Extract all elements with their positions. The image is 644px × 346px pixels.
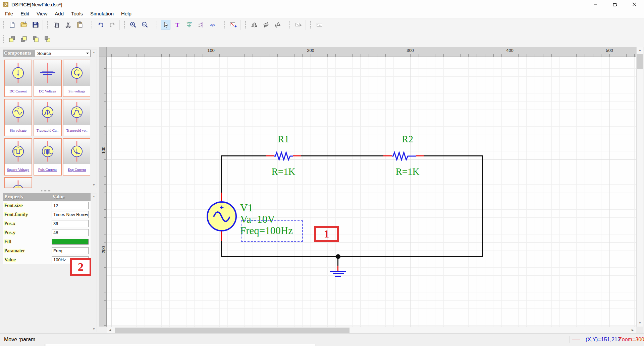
- text-tool-button[interactable]: T: [172, 20, 182, 29]
- probe-tool-button[interactable]: [196, 20, 206, 29]
- component-tile-label: Sin voltage: [68, 89, 85, 93]
- property-value-input[interactable]: 48: [52, 229, 89, 236]
- r1-terminal-right[interactable]: [293, 155, 301, 156]
- cut-icon: [64, 21, 72, 28]
- resistor-r2[interactable]: [392, 151, 416, 161]
- component-tile-puls-current[interactable]: Puls Current: [34, 138, 62, 176]
- menu-help[interactable]: Help: [117, 9, 135, 18]
- wire-right[interactable]: [482, 155, 483, 257]
- paste-button[interactable]: [75, 20, 85, 29]
- new-file-button[interactable]: [7, 20, 17, 29]
- schematic-canvas[interactable]: R1 R=1K R2 R=1K + V1 Va=10V Freq=100Hz 1: [107, 57, 636, 327]
- properties-scrollbar[interactable]: ▲ ▼: [91, 194, 97, 332]
- wire-top-3[interactable]: [424, 155, 483, 156]
- ground-bar-1[interactable]: [330, 271, 346, 272]
- component-tile-trapezoid-current[interactable]: Trapezoid Cu..: [34, 99, 62, 136]
- r1-value-label[interactable]: R=1K: [270, 166, 297, 177]
- component-tile-partial[interactable]: [4, 177, 32, 188]
- wire-top-1[interactable]: [221, 155, 266, 156]
- panel-splitter[interactable]: [3, 189, 91, 193]
- add-waveform-button[interactable]: [228, 20, 238, 29]
- send-backward-button[interactable]: [42, 34, 52, 44]
- wire-bottom[interactable]: [221, 256, 483, 257]
- ground-stem[interactable]: [337, 257, 338, 266]
- voltage-source-v1[interactable]: +: [207, 201, 237, 231]
- v1-terminal-bottom[interactable]: [221, 231, 222, 241]
- scroll-up-icon[interactable]: ▲: [637, 47, 643, 53]
- cut-button[interactable]: [63, 20, 73, 29]
- status-zoom-level: Zoom=300%: [619, 337, 644, 343]
- toolbar-grip-icon: [47, 20, 48, 29]
- property-value-input[interactable]: 39: [52, 220, 89, 227]
- save-file-button[interactable]: [31, 20, 40, 29]
- rotate-button[interactable]: [273, 20, 282, 29]
- bring-forward-button[interactable]: [31, 34, 40, 44]
- menu-view[interactable]: View: [33, 9, 51, 18]
- v1-name-label[interactable]: V1: [240, 202, 293, 214]
- component-tile-dc-current[interactable]: DC Current: [4, 60, 32, 97]
- r1-terminal-left[interactable]: [266, 155, 274, 156]
- wire-left-upper[interactable]: [221, 155, 222, 193]
- flip-horizontal-button[interactable]: [249, 20, 259, 29]
- waveform-viewer-button[interactable]: [314, 20, 324, 29]
- scroll-down-icon[interactable]: ▼: [91, 327, 97, 332]
- vertical-scroll-thumb[interactable]: [637, 54, 643, 69]
- component-tile-sin-voltage[interactable]: Sin voltage: [4, 99, 32, 136]
- component-tile-label: Square Voltage: [7, 167, 30, 171]
- close-button[interactable]: [625, 0, 644, 9]
- wire-top-2[interactable]: [301, 155, 383, 156]
- property-column-header: Property: [3, 193, 52, 201]
- horizontal-scroll-thumb[interactable]: [115, 328, 350, 333]
- scroll-up-icon[interactable]: ▲: [91, 50, 97, 55]
- scroll-down-icon[interactable]: ▼: [637, 320, 643, 326]
- select-pointer-button[interactable]: [161, 20, 170, 29]
- menu-simulation[interactable]: Simulation: [87, 9, 117, 18]
- property-value-input[interactable]: Freq: [52, 247, 89, 254]
- components-scrollbar[interactable]: ▲ ▼: [91, 50, 97, 188]
- property-value-select[interactable]: Times New Roman: [52, 211, 89, 218]
- menu-add[interactable]: Add: [51, 9, 67, 18]
- r2-terminal-right[interactable]: [416, 155, 424, 156]
- flip-vertical-button[interactable]: [261, 20, 271, 29]
- bring-to-front-button[interactable]: [7, 34, 17, 44]
- component-tile-square-voltage[interactable]: Square Voltage: [4, 138, 32, 176]
- component-tile-trapezoid-voltage[interactable]: Trapezoid vo..: [63, 99, 90, 136]
- copy-button[interactable]: [51, 20, 61, 29]
- minimize-button[interactable]: [586, 0, 605, 9]
- r2-value-label[interactable]: R=1K: [394, 166, 421, 177]
- scroll-left-icon[interactable]: ◀: [107, 327, 113, 333]
- v1-terminal-top[interactable]: [221, 193, 222, 201]
- redo-button[interactable]: [107, 20, 117, 29]
- ruler-label: 100: [101, 147, 106, 154]
- run-simulation-button[interactable]: [293, 20, 303, 29]
- open-file-button[interactable]: [19, 20, 29, 29]
- ground-terminal[interactable]: [337, 266, 338, 271]
- wire-left-lower[interactable]: [221, 241, 222, 257]
- component-tile-sin-current[interactable]: Sin voltage: [63, 60, 90, 97]
- menu-tools[interactable]: Tools: [67, 9, 87, 18]
- status-coordinates: (X,Y)=151,212: [586, 337, 621, 343]
- undo-button[interactable]: [96, 20, 105, 29]
- scroll-right-icon[interactable]: ▶: [630, 327, 636, 333]
- canvas-vertical-scrollbar[interactable]: ▲ ▼: [636, 47, 643, 327]
- canvas-horizontal-scrollbar[interactable]: ◀ ▶: [107, 327, 636, 333]
- scroll-down-icon[interactable]: ▼: [91, 183, 97, 188]
- send-to-back-button[interactable]: [19, 34, 29, 44]
- fill-color-swatch[interactable]: [52, 239, 89, 245]
- component-tile-exp-current[interactable]: Exp Current: [63, 138, 90, 176]
- scroll-up-icon[interactable]: ▲: [91, 194, 97, 199]
- component-category-select[interactable]: Source: [35, 50, 91, 57]
- zoom-in-button[interactable]: [128, 20, 138, 29]
- ground-tool-button[interactable]: GND: [184, 20, 194, 29]
- code-tool-button[interactable]: </>: [208, 20, 217, 29]
- r2-terminal-left[interactable]: [383, 155, 392, 156]
- r2-name-label[interactable]: R2: [394, 134, 421, 145]
- component-tile-dc-voltage[interactable]: DC Voltage: [34, 60, 62, 97]
- restore-button[interactable]: [605, 0, 625, 9]
- property-value-input[interactable]: 12: [52, 202, 89, 209]
- menu-edit[interactable]: Edit: [17, 9, 33, 18]
- menu-file[interactable]: File: [1, 9, 17, 18]
- resistor-r1[interactable]: [274, 151, 293, 161]
- r1-name-label[interactable]: R1: [270, 134, 297, 145]
- zoom-out-button[interactable]: [140, 20, 150, 29]
